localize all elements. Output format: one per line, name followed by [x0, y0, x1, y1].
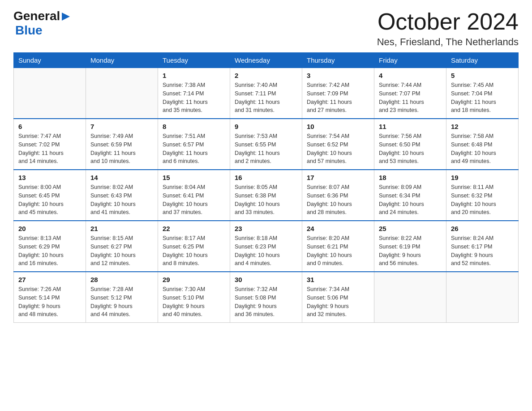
day-info: Sunrise: 8:05 AM Sunset: 6:38 PM Dayligh…: [235, 183, 297, 217]
logo-general-text: General: [13, 9, 60, 23]
column-header-wednesday: Wednesday: [230, 53, 302, 68]
logo-blue-text: Blue: [15, 23, 43, 38]
calendar-week-row: 6Sunrise: 7:47 AM Sunset: 7:02 PM Daylig…: [14, 119, 519, 170]
calendar-cell: 28Sunrise: 7:28 AM Sunset: 5:12 PM Dayli…: [86, 272, 158, 323]
day-number: 14: [90, 174, 153, 181]
day-info: Sunrise: 7:53 AM Sunset: 6:55 PM Dayligh…: [235, 132, 297, 166]
day-info: Sunrise: 8:09 AM Sunset: 6:34 PM Dayligh…: [379, 183, 442, 217]
day-info: Sunrise: 7:28 AM Sunset: 5:12 PM Dayligh…: [90, 285, 153, 319]
calendar-cell: 6Sunrise: 7:47 AM Sunset: 7:02 PM Daylig…: [14, 119, 86, 170]
calendar-title: October 2024: [377, 9, 519, 34]
calendar-cell: [86, 68, 158, 119]
column-header-monday: Monday: [86, 53, 158, 68]
calendar-cell: 22Sunrise: 8:17 AM Sunset: 6:25 PM Dayli…: [158, 221, 230, 272]
calendar-cell: 7Sunrise: 7:49 AM Sunset: 6:59 PM Daylig…: [86, 119, 158, 170]
calendar-cell: 17Sunrise: 8:07 AM Sunset: 6:36 PM Dayli…: [302, 170, 374, 221]
calendar-cell: 20Sunrise: 8:13 AM Sunset: 6:29 PM Dayli…: [14, 221, 86, 272]
day-number: 5: [451, 72, 514, 79]
day-number: 22: [163, 225, 225, 232]
calendar-table: SundayMondayTuesdayWednesdayThursdayFrid…: [13, 52, 519, 323]
day-info: Sunrise: 8:17 AM Sunset: 6:25 PM Dayligh…: [163, 234, 225, 268]
calendar-cell: 30Sunrise: 7:32 AM Sunset: 5:08 PM Dayli…: [230, 272, 302, 323]
day-info: Sunrise: 7:51 AM Sunset: 6:57 PM Dayligh…: [163, 132, 225, 166]
title-section: October 2024 Nes, Friesland, The Netherl…: [377, 9, 519, 48]
column-header-tuesday: Tuesday: [158, 53, 230, 68]
day-info: Sunrise: 7:44 AM Sunset: 7:07 PM Dayligh…: [379, 81, 442, 115]
day-number: 27: [18, 276, 81, 283]
day-info: Sunrise: 8:24 AM Sunset: 6:17 PM Dayligh…: [451, 234, 514, 268]
calendar-cell: 19Sunrise: 8:11 AM Sunset: 6:32 PM Dayli…: [446, 170, 519, 221]
day-info: Sunrise: 7:40 AM Sunset: 7:11 PM Dayligh…: [235, 81, 297, 115]
calendar-cell: 3Sunrise: 7:42 AM Sunset: 7:09 PM Daylig…: [302, 68, 374, 119]
day-number: 15: [163, 174, 225, 181]
calendar-header-row: SundayMondayTuesdayWednesdayThursdayFrid…: [14, 53, 519, 68]
day-number: 29: [163, 276, 225, 283]
calendar-cell: 21Sunrise: 8:15 AM Sunset: 6:27 PM Dayli…: [86, 221, 158, 272]
day-info: Sunrise: 7:45 AM Sunset: 7:04 PM Dayligh…: [451, 81, 514, 115]
day-info: Sunrise: 7:26 AM Sunset: 5:14 PM Dayligh…: [18, 285, 81, 319]
calendar-cell: 11Sunrise: 7:56 AM Sunset: 6:50 PM Dayli…: [374, 119, 446, 170]
day-info: Sunrise: 7:54 AM Sunset: 6:52 PM Dayligh…: [307, 132, 369, 166]
logo: General Blue: [13, 9, 71, 38]
calendar-cell: 27Sunrise: 7:26 AM Sunset: 5:14 PM Dayli…: [14, 272, 86, 323]
day-number: 25: [379, 225, 442, 232]
day-number: 7: [90, 123, 153, 130]
calendar-week-row: 13Sunrise: 8:00 AM Sunset: 6:45 PM Dayli…: [14, 170, 519, 221]
calendar-cell: 1Sunrise: 7:38 AM Sunset: 7:14 PM Daylig…: [158, 68, 230, 119]
day-number: 4: [379, 72, 442, 79]
calendar-cell: 2Sunrise: 7:40 AM Sunset: 7:11 PM Daylig…: [230, 68, 302, 119]
day-number: 20: [18, 225, 81, 232]
day-number: 10: [307, 123, 369, 130]
calendar-cell: 4Sunrise: 7:44 AM Sunset: 7:07 PM Daylig…: [374, 68, 446, 119]
column-header-sunday: Sunday: [14, 53, 86, 68]
day-number: 3: [307, 72, 369, 79]
page-header: General Blue October 2024 Nes, Friesland…: [13, 9, 519, 48]
day-info: Sunrise: 7:34 AM Sunset: 5:06 PM Dayligh…: [307, 285, 369, 319]
day-info: Sunrise: 8:13 AM Sunset: 6:29 PM Dayligh…: [18, 234, 81, 268]
calendar-cell: [446, 272, 519, 323]
day-number: 2: [235, 72, 297, 79]
day-number: 30: [235, 276, 297, 283]
calendar-week-row: 1Sunrise: 7:38 AM Sunset: 7:14 PM Daylig…: [14, 68, 519, 119]
calendar-cell: 24Sunrise: 8:20 AM Sunset: 6:21 PM Dayli…: [302, 221, 374, 272]
calendar-cell: 14Sunrise: 8:02 AM Sunset: 6:43 PM Dayli…: [86, 170, 158, 221]
day-number: 21: [90, 225, 153, 232]
day-number: 24: [307, 225, 369, 232]
calendar-cell: 26Sunrise: 8:24 AM Sunset: 6:17 PM Dayli…: [446, 221, 519, 272]
logo-arrow-icon: [61, 12, 71, 21]
column-header-friday: Friday: [374, 53, 446, 68]
day-info: Sunrise: 8:02 AM Sunset: 6:43 PM Dayligh…: [90, 183, 153, 217]
day-info: Sunrise: 8:00 AM Sunset: 6:45 PM Dayligh…: [18, 183, 81, 217]
calendar-cell: 16Sunrise: 8:05 AM Sunset: 6:38 PM Dayli…: [230, 170, 302, 221]
calendar-cell: 8Sunrise: 7:51 AM Sunset: 6:57 PM Daylig…: [158, 119, 230, 170]
day-number: 18: [379, 174, 442, 181]
calendar-subtitle: Nes, Friesland, The Netherlands: [377, 36, 519, 48]
calendar-cell: 12Sunrise: 7:58 AM Sunset: 6:48 PM Dayli…: [446, 119, 519, 170]
day-info: Sunrise: 7:42 AM Sunset: 7:09 PM Dayligh…: [307, 81, 369, 115]
day-number: 17: [307, 174, 369, 181]
day-info: Sunrise: 8:07 AM Sunset: 6:36 PM Dayligh…: [307, 183, 369, 217]
day-number: 1: [163, 72, 225, 79]
calendar-week-row: 27Sunrise: 7:26 AM Sunset: 5:14 PM Dayli…: [14, 272, 519, 323]
calendar-cell: [14, 68, 86, 119]
day-info: Sunrise: 8:18 AM Sunset: 6:23 PM Dayligh…: [235, 234, 297, 268]
day-info: Sunrise: 7:58 AM Sunset: 6:48 PM Dayligh…: [451, 132, 514, 166]
calendar-cell: 9Sunrise: 7:53 AM Sunset: 6:55 PM Daylig…: [230, 119, 302, 170]
day-number: 31: [307, 276, 369, 283]
day-info: Sunrise: 8:22 AM Sunset: 6:19 PM Dayligh…: [379, 234, 442, 268]
column-header-thursday: Thursday: [302, 53, 374, 68]
day-number: 26: [451, 225, 514, 232]
day-info: Sunrise: 7:49 AM Sunset: 6:59 PM Dayligh…: [90, 132, 153, 166]
day-info: Sunrise: 7:38 AM Sunset: 7:14 PM Dayligh…: [163, 81, 225, 115]
day-number: 12: [451, 123, 514, 130]
day-number: 13: [18, 174, 81, 181]
day-info: Sunrise: 7:47 AM Sunset: 7:02 PM Dayligh…: [18, 132, 81, 166]
day-number: 11: [379, 123, 442, 130]
day-number: 16: [235, 174, 297, 181]
calendar-cell: 10Sunrise: 7:54 AM Sunset: 6:52 PM Dayli…: [302, 119, 374, 170]
calendar-cell: 25Sunrise: 8:22 AM Sunset: 6:19 PM Dayli…: [374, 221, 446, 272]
calendar-week-row: 20Sunrise: 8:13 AM Sunset: 6:29 PM Dayli…: [14, 221, 519, 272]
day-number: 28: [90, 276, 153, 283]
day-info: Sunrise: 7:32 AM Sunset: 5:08 PM Dayligh…: [235, 285, 297, 319]
day-number: 23: [235, 225, 297, 232]
